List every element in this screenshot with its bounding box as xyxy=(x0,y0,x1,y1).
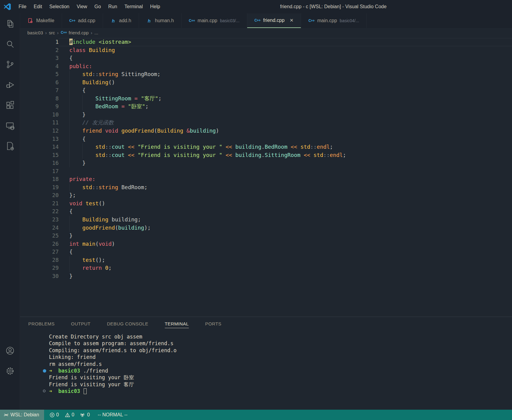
code-line-1[interactable]: 1#include <iostream> xyxy=(20,38,512,46)
command-success-decoration[interactable] xyxy=(43,369,46,373)
code-line-16[interactable]: 16} xyxy=(20,159,512,167)
terminal-prompt-line: ➜ basic03 xyxy=(49,388,512,394)
menu-file[interactable]: File xyxy=(15,2,30,11)
code-line-4[interactable]: 4public: xyxy=(20,62,512,71)
breadcrumb-item--[interactable]: ... xyxy=(95,30,99,35)
activity-item-manage-settings[interactable] xyxy=(0,361,20,381)
code-line-text: } xyxy=(59,111,512,119)
code-line-text: test(); xyxy=(59,256,512,264)
menu-terminal[interactable]: Terminal xyxy=(121,2,146,11)
tab-Makefile[interactable]: Makefile xyxy=(20,13,62,28)
tab-main-cpp[interactable]: C++main.cppbasic03/... xyxy=(182,13,247,28)
tab-friend-cpp[interactable]: C++friend.cpp✕ xyxy=(247,13,301,28)
ports-status[interactable]: 0 xyxy=(80,412,90,418)
code-line-2[interactable]: 2class Building xyxy=(20,46,512,54)
problems-status[interactable]: 0 0 xyxy=(50,412,74,418)
terminal-output-line: Compile to assem program: assem/friend.s xyxy=(49,340,512,347)
command-pending-decoration[interactable] xyxy=(43,390,46,392)
code-line-23[interactable]: 23Building building; xyxy=(20,216,512,224)
code-line-25[interactable]: 25} xyxy=(20,232,512,240)
code-line-17[interactable]: 17 xyxy=(20,167,512,175)
line-number: 20 xyxy=(20,191,59,200)
panel-tab-ports[interactable]: PORTS xyxy=(197,317,230,330)
remote-icon: >< xyxy=(4,412,8,417)
code-line-text xyxy=(59,167,512,175)
line-number: 12 xyxy=(20,127,59,135)
panel-tab-problems[interactable]: PROBLEMS xyxy=(20,317,63,330)
code-line-15[interactable]: 15std::cout << "Friend is visiting your … xyxy=(20,151,512,159)
remote-indicator[interactable]: >< WSL: Debian xyxy=(0,410,44,420)
activity-item-extensions[interactable] xyxy=(0,95,20,115)
breadcrumb-label: friend.cpp xyxy=(69,30,89,35)
code-editor[interactable]: 1#include <iostream>2class Building3{4pu… xyxy=(20,37,512,317)
activity-item-remote-explorer[interactable] xyxy=(0,115,20,136)
code-line-5[interactable]: 5std::string SittingRoom; xyxy=(20,70,512,78)
code-line-18[interactable]: 18private: xyxy=(20,175,512,183)
code-line-27[interactable]: 27{ xyxy=(20,248,512,256)
code-line-text: { xyxy=(59,248,512,256)
activity-item-run-and-debug[interactable] xyxy=(0,75,20,95)
menu-edit[interactable]: Edit xyxy=(30,2,46,11)
code-line-text: SittingRoom = "客厅"; xyxy=(59,95,512,103)
code-line-11[interactable]: 11// 友元函数 xyxy=(20,119,512,127)
code-line-29[interactable]: 29return 0; xyxy=(20,264,512,272)
cpp-file-icon: C++ xyxy=(308,18,314,23)
tab-main-cpp[interactable]: C++main.cppbasic04/... xyxy=(301,13,367,28)
close-icon[interactable]: ✕ xyxy=(290,18,294,23)
panel-tab-debug-console[interactable]: DEBUG CONSOLE xyxy=(99,317,157,330)
menu-help[interactable]: Help xyxy=(147,2,164,11)
tab-human-h[interactable]: hhuman.h xyxy=(139,13,182,28)
code-line-9[interactable]: 9BedRoom = "卧室"; xyxy=(20,102,512,111)
code-line-20[interactable]: 20}; xyxy=(20,191,512,200)
menu-view[interactable]: View xyxy=(73,2,91,11)
activity-item-cpp-tools[interactable] xyxy=(0,136,20,156)
code-line-28[interactable]: 28test(); xyxy=(20,256,512,264)
breadcrumb-item-src[interactable]: src xyxy=(49,30,55,35)
cpp-file-icon: C++ xyxy=(189,18,195,23)
header-file-icon: h xyxy=(110,18,116,23)
panel-tab-terminal[interactable]: TERMINAL xyxy=(157,317,197,330)
code-line-24[interactable]: 24goodFriend(building); xyxy=(20,224,512,232)
vim-mode-indicator[interactable]: -- NORMAL -- xyxy=(98,412,127,418)
activity-item-source-control[interactable] xyxy=(0,54,20,75)
code-line-19[interactable]: 19std::string BedRoom; xyxy=(20,183,512,192)
line-number: 21 xyxy=(20,200,59,208)
breadcrumb-item-friend-cpp[interactable]: C++friend.cpp xyxy=(61,30,89,35)
code-line-14[interactable]: 14std::cout << "Friend is visiting your … xyxy=(20,143,512,151)
line-number: 30 xyxy=(20,272,59,280)
code-line-12[interactable]: 12friend void goodFriend(Building &build… xyxy=(20,127,512,135)
code-line-13[interactable]: 13{ xyxy=(20,135,512,143)
code-line-3[interactable]: 3{ xyxy=(20,54,512,62)
code-line-10[interactable]: 10} xyxy=(20,111,512,119)
breadcrumb-item-basic03[interactable]: basic03 xyxy=(27,30,43,35)
code-line-21[interactable]: 21void test() xyxy=(20,200,512,208)
accounts-icon xyxy=(5,346,15,356)
code-line-26[interactable]: 26int main(void) xyxy=(20,240,512,248)
code-line-22[interactable]: 22{ xyxy=(20,207,512,216)
code-line-text: return 0; xyxy=(59,264,512,272)
line-number: 22 xyxy=(20,207,59,216)
code-line-text: Building() xyxy=(59,78,512,87)
code-line-6[interactable]: 6Building() xyxy=(20,78,512,87)
extensions-icon xyxy=(5,100,15,110)
tab-add-h[interactable]: hadd.h xyxy=(103,13,139,28)
code-line-7[interactable]: 7{ xyxy=(20,86,512,95)
code-line-8[interactable]: 8SittingRoom = "客厅"; xyxy=(20,95,512,103)
tab-add-cpp[interactable]: C++add.cpp xyxy=(62,13,103,28)
code-line-text: #include <iostream> xyxy=(59,38,512,46)
activity-item-explorer[interactable] xyxy=(0,13,20,34)
panel-tab-bar: PROBLEMSOUTPUTDEBUG CONSOLETERMINALPORTS xyxy=(20,317,512,330)
terminal[interactable]: Create Directory src obj assemCompile to… xyxy=(20,330,512,410)
code-line-text: Building building; xyxy=(59,216,512,224)
activity-item-accounts[interactable] xyxy=(0,340,20,361)
panel-tab-output[interactable]: OUTPUT xyxy=(63,317,99,330)
line-number: 16 xyxy=(20,159,59,167)
code-line-30[interactable]: 30} xyxy=(20,272,512,280)
code-line-text: void test() xyxy=(59,200,512,208)
menu-go[interactable]: Go xyxy=(91,2,105,11)
activity-item-search[interactable] xyxy=(0,34,20,54)
menu-run[interactable]: Run xyxy=(105,2,121,11)
editor-group: MakefileC++add.cpphadd.hhhuman.hC++main.… xyxy=(20,13,512,410)
menu-selection[interactable]: Selection xyxy=(46,2,73,11)
line-number: 28 xyxy=(20,256,59,264)
